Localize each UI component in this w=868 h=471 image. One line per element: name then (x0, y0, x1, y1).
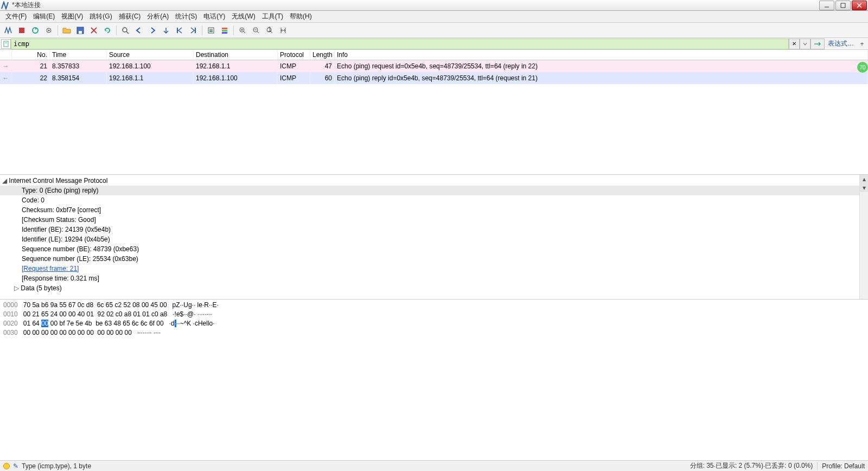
details-line-data[interactable]: ▷ Data (5 bytes) (0, 283, 868, 293)
autoscroll-button[interactable] (205, 24, 217, 36)
menu-tools[interactable]: 工具(T) (259, 11, 286, 22)
details-line-id-be[interactable]: Identifier (BE): 24139 (0x5e4b) (0, 225, 868, 234)
stop-capture-button[interactable] (16, 24, 28, 36)
titlebar: *本地连接 (0, 0, 868, 11)
scroll-up-icon[interactable]: ▴ (860, 175, 868, 183)
menu-edit[interactable]: 编辑(E) (30, 11, 58, 22)
menu-file[interactable]: 文件(F) (2, 11, 30, 22)
details-scrollbar[interactable]: ▴▾ (859, 175, 868, 299)
go-forward-button[interactable] (146, 24, 158, 36)
hex-row[interactable]: 0010 00 21 65 24 00 00 40 01 92 02 c0 a8… (3, 310, 865, 319)
colorize-button[interactable] (219, 24, 231, 36)
col-source[interactable]: Source (107, 50, 194, 60)
window-title: *本地连接 (12, 1, 818, 10)
details-line-checksum[interactable]: Checksum: 0xbf7e [correct] (0, 205, 868, 215)
svg-rect-36 (4, 41, 8, 47)
go-first-button[interactable] (174, 24, 186, 36)
details-line-type[interactable]: Type: 0 (Echo (ping) reply) (0, 186, 868, 195)
bookmark-filter-icon[interactable] (1, 39, 11, 49)
details-line-id-le[interactable]: Identifier (LE): 19294 (0x4b5e) (0, 234, 868, 244)
details-proto-header[interactable]: Internet Control Message Protocol (0, 176, 868, 186)
svg-rect-20 (222, 28, 227, 29)
svg-line-29 (257, 31, 259, 33)
details-line-seq-le[interactable]: Sequence number (LE): 25534 (0x63be) (0, 254, 868, 264)
scroll-down-icon[interactable]: ▾ (860, 183, 868, 192)
start-capture-button[interactable] (2, 24, 14, 36)
zoom-reset-button[interactable]: 1 (264, 24, 276, 36)
col-length[interactable]: Length (310, 50, 335, 60)
col-no[interactable]: No. (12, 50, 50, 60)
filter-bar: ✕ 表达式… + (0, 38, 868, 50)
svg-rect-1 (841, 3, 845, 8)
display-filter-input[interactable] (11, 39, 789, 49)
svg-rect-21 (222, 30, 227, 31)
zoom-out-button[interactable] (250, 24, 262, 36)
menu-analyze[interactable]: 分析(A) (144, 11, 172, 22)
packet-bytes-pane[interactable]: 0000 70 5a b6 9a 55 67 0c d8 6c 65 c2 52… (0, 300, 868, 424)
svg-line-26 (244, 31, 245, 33)
packet-list-header: No. Time Source Destination Protocol Len… (0, 50, 868, 60)
open-file-button[interactable] (61, 24, 73, 36)
close-file-button[interactable] (88, 24, 100, 36)
menubar: 文件(F) 编辑(E) 视图(V) 跳转(G) 捕获(C) 分析(A) 统计(S… (0, 11, 868, 23)
save-button[interactable] (74, 24, 86, 36)
svg-point-12 (123, 28, 127, 32)
col-time[interactable]: Time (50, 50, 107, 60)
minimize-button[interactable] (819, 1, 834, 10)
svg-line-13 (126, 31, 129, 34)
details-line-checksum-status[interactable]: [Checksum Status: Good] (0, 215, 868, 225)
details-line-seq-be[interactable]: Sequence number (BE): 48739 (0xbe63) (0, 244, 868, 254)
restart-capture-button[interactable] (29, 24, 41, 36)
expert-info-badge[interactable]: 70 (857, 62, 868, 73)
zoom-in-button[interactable] (237, 24, 248, 36)
go-last-button[interactable] (187, 24, 199, 36)
details-line-request-frame[interactable]: [Request frame: 21] (0, 264, 868, 273)
hex-row[interactable]: 0020 01 64 00 00 bf 7e 5e 4b be 63 48 65… (3, 319, 865, 328)
packet-row[interactable]: ←228.358154192.168.1.1192.168.1.100ICMP6… (0, 72, 868, 84)
capture-options-button[interactable] (43, 24, 55, 36)
packet-direction-icon: → (0, 60, 12, 72)
filter-history-dropdown[interactable] (800, 39, 810, 49)
hex-row[interactable]: 0000 70 5a b6 9a 55 67 0c d8 6c 65 c2 52… (3, 301, 865, 310)
hex-row[interactable]: 0030 00 00 00 00 00 00 00 00 00 00 00 00… (3, 328, 865, 338)
col-destination[interactable]: Destination (194, 50, 278, 60)
go-to-packet-button[interactable] (160, 24, 172, 36)
menu-go[interactable]: 跳转(G) (86, 11, 115, 22)
col-protocol[interactable]: Protocol (278, 50, 310, 60)
expression-button[interactable]: 表达式… (825, 39, 857, 48)
find-button[interactable] (119, 24, 131, 36)
details-line-response-time[interactable]: [Response time: 0.321 ms] (0, 273, 868, 283)
clear-filter-button[interactable]: ✕ (789, 39, 800, 49)
packet-direction-icon: ← (0, 72, 12, 84)
close-button[interactable] (852, 1, 867, 10)
packet-list-pane[interactable]: No. Time Source Destination Protocol Len… (0, 50, 868, 175)
menu-telephony[interactable]: 电话(Y) (200, 11, 228, 22)
app-icon (1, 1, 10, 10)
svg-rect-4 (19, 28, 24, 33)
resize-columns-button[interactable] (277, 24, 289, 36)
reload-button[interactable] (101, 24, 113, 36)
svg-rect-22 (222, 32, 227, 34)
menu-stats[interactable]: 统计(S) (172, 11, 200, 22)
svg-point-7 (48, 29, 50, 31)
svg-rect-9 (79, 31, 82, 34)
request-frame-link[interactable]: [Request frame: 21] (22, 265, 79, 272)
packet-details-pane[interactable]: Internet Control Message Protocol Type: … (0, 175, 868, 300)
go-back-button[interactable] (133, 24, 145, 36)
menu-help[interactable]: 帮助(H) (286, 11, 315, 22)
add-filter-button[interactable]: + (857, 40, 867, 48)
apply-filter-button[interactable] (810, 39, 825, 49)
menu-view[interactable]: 视图(V) (58, 11, 86, 22)
menu-capture[interactable]: 捕获(C) (116, 11, 144, 22)
maximize-button[interactable] (835, 1, 851, 10)
packet-row[interactable]: →218.357833192.168.1.100192.168.1.1ICMP4… (0, 60, 868, 72)
col-info[interactable]: Info (335, 50, 868, 60)
toolbar: 1 (0, 23, 868, 38)
menu-wireless[interactable]: 无线(W) (228, 11, 258, 22)
details-line-code[interactable]: Code: 0 (0, 195, 868, 205)
